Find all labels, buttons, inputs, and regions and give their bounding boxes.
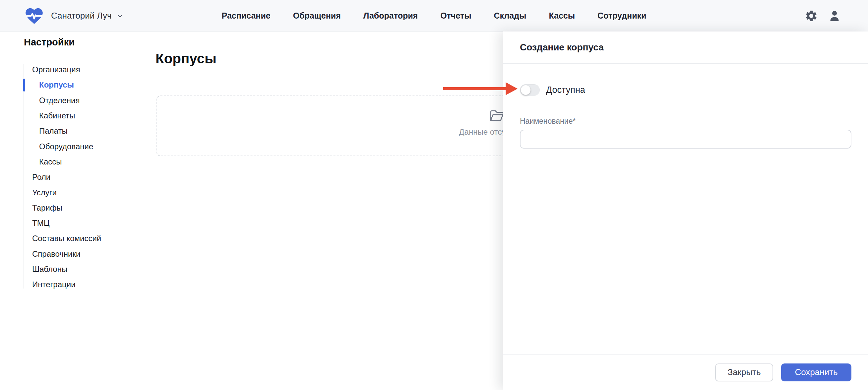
top-nav-item[interactable]: Лаборатория (363, 11, 418, 21)
sidebar-item[interactable]: Корпусы (0, 77, 146, 92)
chevron-down-icon (116, 12, 124, 20)
sidebar-item[interactable]: Услуги (0, 185, 146, 200)
active-indicator (23, 79, 25, 91)
sidebar-item[interactable]: Справочники (0, 246, 146, 262)
top-nav-item[interactable]: Склады (494, 11, 527, 21)
name-field-label: Наименование* (520, 117, 851, 126)
sidebar-item[interactable]: Кабинеты (0, 108, 146, 123)
top-nav-item[interactable]: Кассы (549, 11, 575, 21)
open-folder-icon (489, 110, 504, 123)
availability-row: Доступна (520, 84, 851, 96)
create-building-drawer: Создание корпуса Доступна Наименование* … (503, 31, 868, 390)
availability-label: Доступна (546, 85, 585, 95)
top-nav-item[interactable]: Расписание (222, 11, 271, 21)
user-profile-icon[interactable] (828, 9, 841, 23)
drawer-header: Создание корпуса (503, 31, 868, 64)
availability-toggle[interactable] (520, 84, 540, 96)
top-nav: РасписаниеОбращенияЛабораторияОтчетыСкла… (222, 0, 647, 31)
sidebar-item[interactable]: Кассы (0, 154, 146, 170)
sidebar-item[interactable]: Палаты (0, 123, 146, 139)
org-name: Санаторий Луч (51, 10, 112, 21)
sidebar-item[interactable]: Оборудование (0, 139, 146, 154)
page-title: Корпусы (155, 51, 217, 67)
sidebar-title: Настройки (24, 37, 74, 48)
save-button[interactable]: Сохранить (781, 363, 851, 381)
sidebar-item[interactable]: Шаблоны (0, 262, 146, 277)
settings-gear-icon[interactable] (805, 9, 818, 23)
settings-menu: ОрганизацияКорпусыОтделенияКабинетыПалат… (0, 62, 146, 292)
drawer-title: Создание корпуса (520, 42, 604, 53)
sidebar-item[interactable]: Тарифы (0, 200, 146, 215)
sidebar-item[interactable]: Роли (0, 170, 146, 185)
drawer-body: Доступна Наименование* (503, 64, 868, 354)
heart-pulse-logo-icon (24, 6, 44, 26)
toggle-knob (521, 85, 530, 95)
topbar: Санаторий Луч РасписаниеОбращенияЛаборат… (0, 0, 868, 32)
top-icons (805, 0, 841, 31)
sidebar-item[interactable]: Отделения (0, 93, 146, 108)
name-input[interactable] (520, 130, 851, 149)
settings-sidebar: Настройки ОрганизацияКорпусыОтделенияКаб… (0, 31, 146, 390)
sidebar-item[interactable]: Организация (0, 62, 146, 77)
close-button[interactable]: Закрыть (715, 363, 773, 381)
sidebar-item[interactable]: ТМЦ (0, 215, 146, 231)
org-switcher[interactable]: Санаторий Луч (51, 10, 124, 21)
top-nav-item[interactable]: Сотрудники (597, 11, 646, 21)
top-nav-item[interactable]: Отчеты (440, 11, 471, 21)
drawer-footer: Закрыть Сохранить (503, 354, 868, 390)
sidebar-item[interactable]: Составы комиссий (0, 231, 146, 246)
brand: Санаторий Луч (24, 0, 124, 31)
top-nav-item[interactable]: Обращения (293, 11, 341, 21)
sidebar-item[interactable]: Интеграции (0, 277, 146, 292)
